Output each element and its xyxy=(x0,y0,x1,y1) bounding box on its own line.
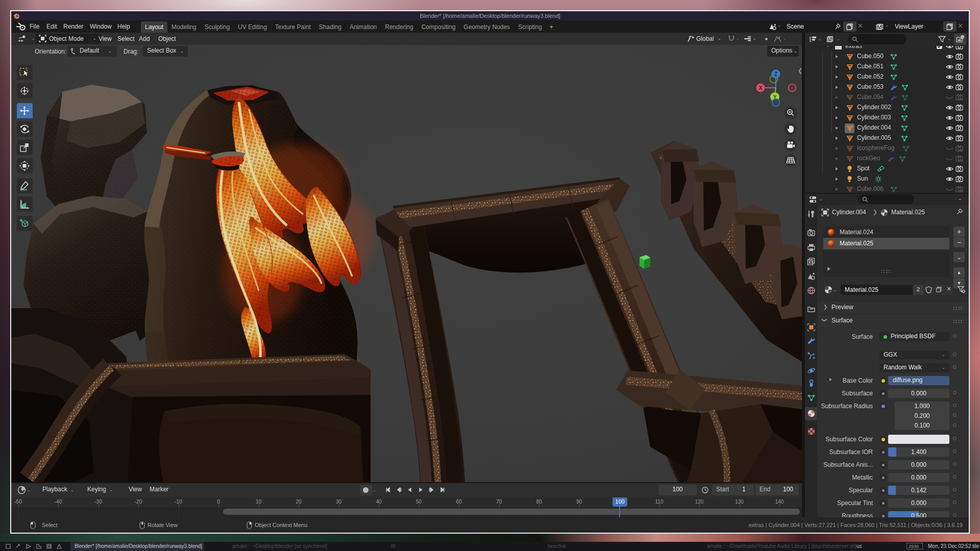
svg-text:X: X xyxy=(759,85,763,91)
svg-text:Z: Z xyxy=(774,71,777,77)
